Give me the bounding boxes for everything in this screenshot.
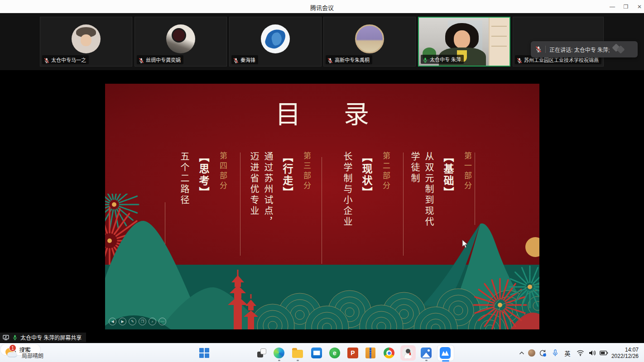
task-view-icon (257, 348, 266, 357)
mail-button[interactable] (311, 343, 322, 362)
volume-button[interactable] (588, 343, 597, 362)
mic-muted-icon (327, 57, 333, 62)
participant-name-bar: 丝绸中专龚奕娲 (137, 55, 183, 64)
zip-icon (365, 348, 375, 358)
edge-icon (274, 348, 284, 358)
participant-tile[interactable]: 高新中专朱禹桐 (323, 17, 416, 67)
tray-chevron-button[interactable] (518, 343, 525, 362)
avatar (72, 24, 101, 53)
windows-logo-icon (199, 348, 209, 358)
close-button[interactable]: ✕ (633, 0, 644, 13)
participant-strip: 太仓中专马一之 丝绸中专龚奕娲 秦海锋 高新中专朱禹桐 (0, 13, 644, 70)
mic-muted-icon (139, 57, 144, 62)
slide-title: 目 录 (105, 94, 539, 130)
clock-time: 14:07 (625, 347, 639, 353)
next-slide-button[interactable]: ▶ (119, 318, 126, 325)
mic-tray-button[interactable] (552, 343, 559, 362)
360-browser-button[interactable]: e (329, 343, 340, 362)
participant-name: 秦海锋 (240, 56, 255, 63)
weather-condition: 局部晴朗 (22, 353, 43, 359)
participant-name-bar: 太仓中专马一之 (42, 55, 89, 64)
contact-app-button[interactable] (402, 343, 413, 362)
avatar (166, 24, 195, 53)
divider (545, 46, 546, 53)
mic-on-icon (423, 57, 428, 62)
weather-widget[interactable]: 1 7°C 局部晴朗 (5, 343, 43, 362)
edge-button[interactable] (274, 343, 284, 362)
window-titlebar: 腾讯会议 — ❐ ✕ (0, 0, 644, 13)
mail-icon (311, 348, 322, 358)
avatar (261, 24, 290, 53)
mic-blue-icon (553, 349, 558, 357)
screen-share-banner[interactable]: 太仓中专 朱萍的屏幕共享 (0, 333, 86, 342)
presentation-slide: 目 录 第一部分 【基础】 从双元制到现代 学徒制 第二部分 【现状】 长学制与… (105, 84, 539, 329)
taskbar: 1 7°C 局部晴朗 搜索 e P (0, 343, 644, 362)
sync-icon (539, 349, 547, 357)
input-language-indicator[interactable]: 英 (563, 343, 572, 362)
running-indicator-active (442, 360, 449, 362)
participant-tile[interactable]: 秦海锋 (229, 17, 322, 67)
wifi-icon (577, 350, 584, 356)
mouse-cursor (462, 239, 468, 248)
task-view-button[interactable] (256, 343, 267, 362)
screen: 腾讯会议 — ❐ ✕ 太仓中专马一之 丝绸中专龚奕娲 秦海锋 (0, 0, 644, 362)
screen-share-icon (3, 334, 10, 340)
speaking-toast: 正在讲话: 太仓中专 朱萍; (531, 41, 638, 57)
landscape-art (105, 194, 539, 329)
speaking-toast-text: 正在讲话: 太仓中专 朱萍; (549, 46, 610, 53)
ppt-toolbar: ◀ ▶ ✎ ❐ ⌕ ⋯ (105, 318, 166, 327)
weather-icon: 1 (5, 346, 19, 360)
participant-name: 太仓中专 朱萍 (430, 56, 461, 63)
photos-button[interactable] (421, 343, 432, 362)
photos-icon (421, 348, 432, 358)
shared-screen-area: 目 录 第一部分 【基础】 从双元制到现代 学徒制 第二部分 【现状】 长学制与… (0, 70, 644, 343)
notification-badge: 1 (9, 344, 16, 352)
running-indicator (278, 360, 280, 361)
tencent-meeting-icon (440, 347, 451, 359)
mic-muted-icon (535, 46, 542, 52)
360-browser-icon: e (329, 348, 340, 358)
prev-slide-button[interactable]: ◀ (109, 318, 116, 325)
start-button[interactable] (199, 343, 209, 362)
weather-temp: 7°C (22, 347, 43, 353)
share-banner-text: 太仓中专 朱萍的屏幕共享 (20, 333, 82, 341)
mic-muted-icon (44, 57, 49, 62)
chrome-button[interactable] (384, 343, 394, 362)
chevron-up-icon (519, 351, 524, 355)
wifi-button[interactable] (576, 343, 584, 362)
mic-muted-icon (233, 57, 239, 62)
zoom-button[interactable]: ⌕ (149, 318, 156, 325)
minimize-button[interactable]: — (606, 0, 619, 13)
participant-tile-active-speaker[interactable]: 太仓中专 朱萍 (418, 17, 510, 67)
pen-button[interactable]: ✎ (129, 318, 136, 325)
participant-tile[interactable]: 丝绸中专龚奕娲 (135, 17, 227, 67)
participant-name-bar: 高新中专朱禹桐 (326, 55, 372, 64)
avatar (355, 24, 384, 53)
participant-name: 太仓中专马一之 (51, 56, 86, 63)
participant-tile[interactable]: 太仓中专马一之 (40, 17, 132, 67)
running-indicator (425, 360, 428, 361)
archiver-button[interactable] (365, 343, 376, 362)
person-icon (402, 347, 413, 359)
taskbar-clock[interactable]: 14:07 2022/12/26 (605, 343, 639, 362)
participant-name-bar: 太仓中专 朱萍 (421, 55, 464, 64)
tencent-meeting-button[interactable] (440, 343, 451, 362)
participant-name: 丝绸中专龚奕娲 (146, 56, 181, 63)
all-slides-button[interactable]: ❐ (139, 318, 146, 325)
restore-button[interactable]: ❐ (619, 0, 633, 13)
mic-muted-icon (517, 57, 522, 62)
more-button[interactable]: ⋯ (159, 318, 166, 325)
clock-date: 2022/12/26 (611, 353, 639, 359)
window-title: 腾讯会议 (0, 3, 644, 12)
participant-name: 高新中专朱禹桐 (335, 56, 370, 63)
file-explorer-button[interactable] (292, 343, 303, 362)
running-indicator (297, 360, 299, 361)
tray-app-avatar[interactable] (528, 349, 535, 357)
sync-tray-icon[interactable] (538, 343, 547, 362)
mic-on-icon (12, 335, 18, 340)
chrome-icon (384, 348, 394, 358)
speaker-icon (589, 350, 596, 356)
powerpoint-button[interactable]: P (347, 343, 358, 362)
powerpoint-icon: P (347, 348, 358, 358)
participant-name-bar: 秦海锋 (231, 55, 258, 64)
